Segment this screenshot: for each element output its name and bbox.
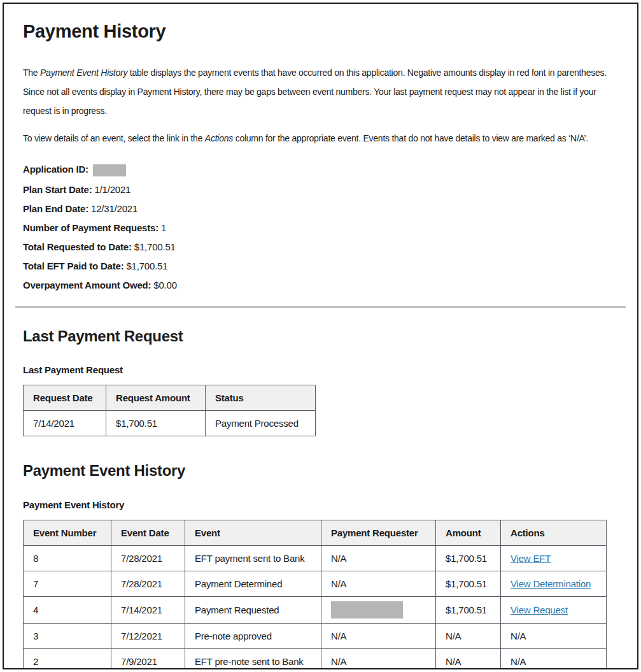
application-details: Application ID: Plan Start Date: 1/1/202… xyxy=(23,163,618,291)
event-date-cell: 7/12/2021 xyxy=(111,624,185,649)
event-date-cell: 7/9/2021 xyxy=(111,649,185,669)
event-cell: EFT pre-note sent to Bank xyxy=(185,649,321,669)
amount-cell: $1,700.51 xyxy=(436,597,501,624)
section-divider xyxy=(15,306,626,308)
column-header-payment-requester: Payment Requester xyxy=(321,520,436,546)
payment-requester-cell: N/A xyxy=(321,571,436,597)
amount-cell: $1,700.51 xyxy=(436,546,501,571)
actions-cell: N/A xyxy=(501,649,607,669)
actions-cell: N/A xyxy=(501,624,607,649)
detail-total-eft-paid: Total EFT Paid to Date: $1,700.51 xyxy=(23,260,618,272)
view-request-link[interactable]: View Request xyxy=(511,604,568,615)
detail-plan-end-date: Plan End Date: 12/31/2021 xyxy=(23,203,618,215)
detail-application-id: Application ID: xyxy=(23,163,618,176)
view-eft-link[interactable]: View EFT xyxy=(511,553,551,564)
payment-requester-cell: N/A xyxy=(321,624,436,649)
event-number-cell: 2 xyxy=(24,649,111,669)
actions-cell: View Determination xyxy=(501,571,607,597)
event-cell: Payment Requested xyxy=(185,597,321,624)
detail-value: $1,700.51 xyxy=(134,241,176,252)
intro-paragraph-2: To view details of an event, select the … xyxy=(23,129,618,148)
page-title: Payment History xyxy=(23,21,618,42)
payment-event-history-table: Event Number Event Date Event Payment Re… xyxy=(23,520,607,669)
payment-event-history-caption: Payment Event History xyxy=(23,499,618,510)
detail-label: Plan End Date: xyxy=(23,203,88,214)
detail-value: 1/1/2021 xyxy=(94,184,130,195)
detail-label: Total Requested to Date: xyxy=(23,241,132,252)
event-cell: Pre-note approved xyxy=(185,624,321,649)
column-header-request-date: Request Date xyxy=(24,385,106,411)
detail-label: Overpayment Amount Owed: xyxy=(23,280,151,290)
request-date-cell: 7/14/2021 xyxy=(24,411,106,436)
intro-p2-pre: To view details of an event, select the … xyxy=(23,133,205,143)
event-number-cell: 8 xyxy=(24,546,111,571)
detail-value: $0.00 xyxy=(153,280,177,290)
table-header-row: Event Number Event Date Event Payment Re… xyxy=(24,520,607,546)
column-header-status: Status xyxy=(206,385,316,411)
amount-cell: $1,700.51 xyxy=(436,571,501,597)
table-row: 4 7/14/2021 Payment Requested $1,700.51 … xyxy=(24,597,607,624)
event-date-cell: 7/28/2021 xyxy=(111,546,185,571)
event-cell: EFT payment sent to Bank xyxy=(185,546,321,571)
column-header-event-date: Event Date xyxy=(111,520,185,546)
table-row: 7/14/2021 $1,700.51 Payment Processed xyxy=(24,411,316,436)
intro-p1-italic: Payment Event History xyxy=(40,68,127,78)
column-header-event-number: Event Number xyxy=(24,520,111,546)
detail-label: Plan Start Date: xyxy=(23,184,92,195)
intro-p1-pre: The xyxy=(23,68,40,78)
column-header-actions: Actions xyxy=(501,520,607,546)
column-header-amount: Amount xyxy=(436,520,501,546)
detail-number-of-payment-requests: Number of Payment Requests: 1 xyxy=(23,222,618,234)
detail-plan-start-date: Plan Start Date: 1/1/2021 xyxy=(23,183,618,196)
detail-total-requested: Total Requested to Date: $1,700.51 xyxy=(23,241,618,253)
page-frame: Payment History The Payment Event Histor… xyxy=(3,3,638,669)
payment-event-history-heading: Payment Event History xyxy=(23,462,618,480)
table-row: 2 7/9/2021 EFT pre-note sent to Bank N/A… xyxy=(24,649,607,669)
table-row: 3 7/12/2021 Pre-note approved N/A N/A N/… xyxy=(24,624,607,649)
actions-cell: View EFT xyxy=(501,546,607,571)
payment-requester-cell xyxy=(321,597,436,624)
detail-value: $1,700.51 xyxy=(126,261,167,271)
table-row: 8 7/28/2021 EFT payment sent to Bank N/A… xyxy=(24,546,607,571)
last-payment-request-table: Request Date Request Amount Status 7/14/… xyxy=(23,385,316,436)
detail-label: Number of Payment Requests: xyxy=(23,222,158,233)
last-payment-request-caption: Last Payment Request xyxy=(23,364,618,375)
status-cell: Payment Processed xyxy=(206,411,316,436)
view-determination-link[interactable]: View Determination xyxy=(511,578,591,589)
event-number-cell: 4 xyxy=(24,597,111,624)
detail-overpayment-owed: Overpayment Amount Owed: $0.00 xyxy=(23,279,618,291)
request-amount-cell: $1,700.51 xyxy=(106,411,206,436)
detail-label: Application ID: xyxy=(23,164,88,175)
column-header-event: Event xyxy=(185,520,321,546)
event-number-cell: 7 xyxy=(24,571,111,597)
event-number-cell: 3 xyxy=(24,624,111,649)
amount-cell: N/A xyxy=(436,649,501,669)
table-row: 7 7/28/2021 Payment Determined N/A $1,70… xyxy=(24,571,607,597)
payment-requester-cell: N/A xyxy=(321,546,436,571)
detail-label: Total EFT Paid to Date: xyxy=(23,261,123,271)
detail-value: 12/31/2021 xyxy=(91,203,137,214)
intro-p2-italic: Actions xyxy=(205,133,233,143)
event-date-cell: 7/14/2021 xyxy=(111,597,185,624)
event-date-cell: 7/28/2021 xyxy=(111,571,185,597)
table-header-row: Request Date Request Amount Status xyxy=(24,385,316,411)
event-cell: Payment Determined xyxy=(185,571,321,597)
redaction-box xyxy=(93,164,126,176)
detail-value: 1 xyxy=(161,222,166,233)
page-content: Payment History The Payment Event Histor… xyxy=(4,21,637,669)
intro-p2-post: column for the appropriate event. Events… xyxy=(233,133,588,143)
intro-paragraph-1: The Payment Event History table displays… xyxy=(23,63,618,120)
actions-cell: View Request xyxy=(501,597,607,624)
payment-requester-cell: N/A xyxy=(321,649,436,669)
amount-cell: N/A xyxy=(436,624,501,649)
redaction-box xyxy=(331,601,403,618)
column-header-request-amount: Request Amount xyxy=(106,385,206,411)
last-payment-request-heading: Last Payment Request xyxy=(23,327,618,345)
